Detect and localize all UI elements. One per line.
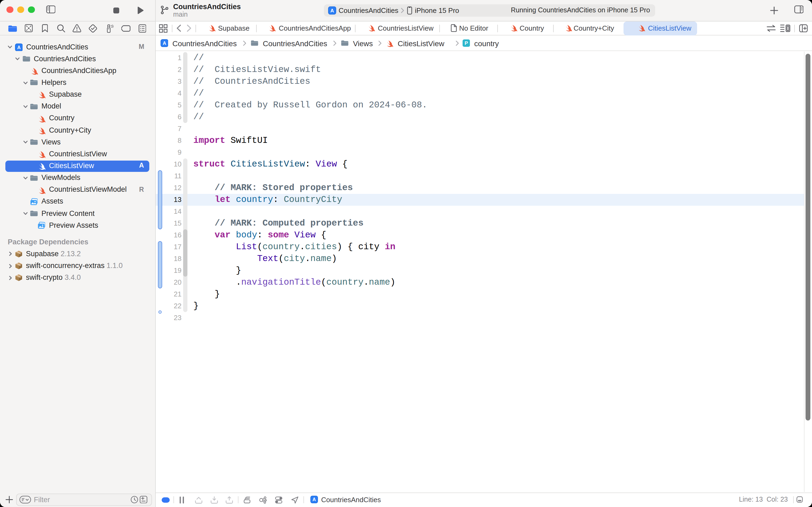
svg-text:P: P [464,41,468,46]
svg-text:A: A [17,45,20,50]
svg-text:A: A [330,7,334,13]
svg-text:A: A [163,41,166,46]
svg-text:A: A [312,497,316,502]
